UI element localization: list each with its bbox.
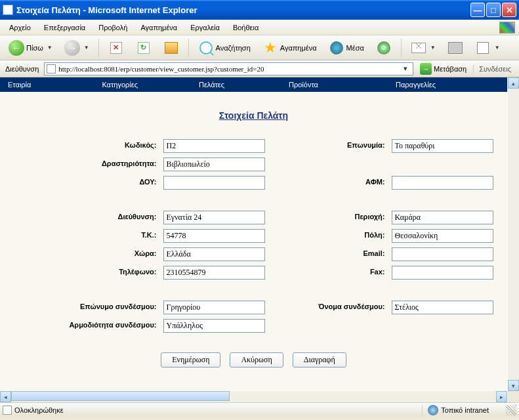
history-icon: ⟳	[377, 41, 390, 54]
input-postal[interactable]	[163, 229, 265, 243]
forward-icon: →	[64, 40, 80, 56]
label-postal: Τ.Κ.:	[16, 229, 161, 243]
scroll-track[interactable]	[508, 89, 519, 380]
mail-dropdown-icon[interactable]: ▼	[430, 45, 436, 51]
address-bar: Διεύθυνση ▾ → Μετάβαση Συνδέσεις	[0, 60, 519, 77]
back-label: Πίσω	[26, 44, 43, 52]
mail-button[interactable]: ▼	[406, 37, 440, 58]
refresh-icon: ↻	[138, 42, 150, 54]
nav-customers[interactable]: Πελάτες	[196, 81, 227, 89]
label-region: Περιοχή:	[271, 211, 389, 224]
edit-button[interactable]: ▼	[470, 37, 505, 58]
scroll-down-button[interactable]: ▾	[508, 380, 519, 391]
separator	[98, 39, 99, 57]
done-icon	[3, 406, 12, 415]
input-tax-office[interactable]	[163, 176, 265, 190]
input-country[interactable]	[163, 247, 265, 261]
input-vat[interactable]	[392, 176, 493, 190]
home-button[interactable]	[159, 37, 184, 58]
nav-categories[interactable]: Κατηγορίες	[99, 81, 140, 89]
label-code: Κωδικός:	[16, 139, 161, 153]
input-region[interactable]	[392, 211, 493, 224]
input-activity[interactable]	[163, 158, 265, 171]
menu-edit[interactable]: Επεξεργασία	[39, 22, 91, 33]
go-button[interactable]: → Μετάβαση	[416, 63, 470, 75]
forward-button[interactable]: → ▼	[60, 37, 94, 58]
label-contact-lastname: Επώνυμο συνδέσμου:	[16, 301, 161, 314]
stop-button[interactable]: ✕	[104, 37, 129, 58]
separator	[401, 39, 402, 57]
forward-dropdown-icon[interactable]: ▼	[84, 45, 89, 51]
label-email: Email:	[271, 247, 389, 261]
menu-bar: Αρχείο Επεξεργασία Προβολή Αγαπημένα Εργ…	[0, 20, 519, 35]
print-icon	[448, 42, 463, 54]
refresh-button[interactable]: ↻	[131, 37, 156, 58]
label-contact-firstname: Όνομα συνδέσμου:	[271, 301, 389, 314]
separator	[188, 39, 189, 57]
nav-company[interactable]: Εταιρία	[5, 81, 33, 89]
favorites-button[interactable]: ★ Αγαπημένα	[258, 37, 322, 58]
stop-icon: ✕	[110, 42, 122, 54]
input-name[interactable]	[392, 139, 493, 153]
favorites-label: Αγαπημένα	[280, 44, 317, 52]
print-button[interactable]	[443, 37, 468, 58]
address-field-wrap: ▾	[44, 62, 413, 75]
resize-grip[interactable]	[506, 405, 516, 415]
input-contact-lastname[interactable]	[163, 301, 265, 314]
label-country: Χώρα:	[16, 247, 161, 261]
label-address: Διεύθυνση:	[16, 211, 161, 224]
content-area: Εταιρία Κατηγορίες Πελάτες Προϊόντα Παρα…	[0, 77, 519, 402]
links-label[interactable]: Συνδέσεις	[473, 65, 516, 73]
media-label: Μέσα	[346, 44, 364, 52]
scroll-right-button[interactable]: ▸	[496, 391, 507, 402]
input-code[interactable]	[163, 139, 265, 153]
status-text: Ολοκληρώθηκε	[14, 406, 422, 414]
media-button[interactable]: Μέσα	[324, 37, 369, 58]
edit-dropdown-icon[interactable]: ▼	[495, 45, 500, 51]
ie-icon	[3, 5, 13, 15]
menu-help[interactable]: Βοήθεια	[228, 22, 264, 33]
back-button[interactable]: ← Πίσω ▼	[4, 37, 57, 58]
page-body: Στοιχεία Πελάτη Κωδικός: Επωνυμία: Δραστ…	[0, 92, 507, 374]
input-phone[interactable]	[163, 266, 265, 280]
scroll-up-button[interactable]: ▴	[508, 77, 519, 89]
label-contact-role: Αρμοδιότητα συνδέσμου:	[16, 319, 161, 333]
horizontal-scrollbar[interactable]: ◂ ▸	[0, 391, 507, 402]
menu-tools[interactable]: Εργαλεία	[185, 22, 225, 33]
label-vat: ΑΦΜ:	[271, 176, 389, 190]
input-fax[interactable]	[392, 266, 493, 280]
nav-orders[interactable]: Παραγγελίες	[393, 81, 438, 89]
menu-file[interactable]: Αρχείο	[4, 22, 36, 33]
go-icon: →	[420, 63, 432, 75]
history-button[interactable]: ⟳	[371, 37, 396, 58]
minimize-button[interactable]: —	[470, 3, 485, 17]
scroll-track[interactable]	[11, 391, 496, 402]
edit-icon	[477, 42, 489, 54]
close-button[interactable]: ✕	[502, 3, 516, 17]
label-city: Πόλη:	[271, 229, 389, 243]
maximize-button[interactable]: □	[486, 3, 501, 17]
scroll-thumb[interactable]	[11, 391, 230, 401]
input-address[interactable]	[163, 211, 265, 224]
menu-view[interactable]: Προβολή	[93, 22, 133, 33]
update-button[interactable]: Ενημέρωση	[161, 352, 220, 368]
input-contact-firstname[interactable]	[392, 301, 493, 314]
input-contact-role[interactable]	[163, 319, 265, 333]
label-fax: Fax:	[271, 266, 389, 280]
address-dropdown-icon[interactable]: ▾	[400, 64, 411, 73]
address-label: Διεύθυνση	[3, 65, 41, 73]
home-icon	[165, 42, 178, 54]
address-input[interactable]	[58, 65, 400, 73]
status-bar: Ολοκληρώθηκε Τοπικό intranet	[0, 402, 519, 417]
search-button[interactable]: Αναζήτηση	[194, 37, 255, 58]
back-dropdown-icon[interactable]: ▼	[47, 45, 52, 51]
input-city[interactable]	[392, 229, 493, 243]
cancel-button[interactable]: Ακύρωση	[230, 352, 283, 368]
scroll-left-button[interactable]: ◂	[0, 391, 11, 402]
menu-favorites[interactable]: Αγαπημένα	[135, 22, 182, 33]
vertical-scrollbar[interactable]: ▴ ▾	[508, 77, 519, 391]
zone-icon	[428, 405, 438, 415]
input-email[interactable]	[392, 247, 493, 261]
delete-button[interactable]: Διαγραφή	[293, 352, 346, 368]
nav-products[interactable]: Προϊόντα	[286, 81, 321, 89]
